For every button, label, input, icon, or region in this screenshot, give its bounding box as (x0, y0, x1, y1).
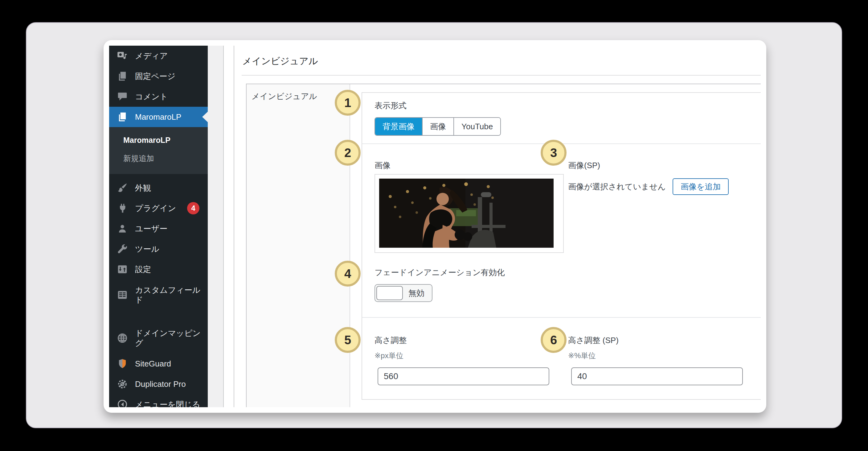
sidebar-item-comments[interactable]: コメント (109, 86, 208, 107)
image-field: 画像 (374, 160, 564, 253)
sidebar-item-duplicator[interactable]: Duplicator Pro (109, 374, 208, 394)
brush-icon (117, 182, 128, 194)
image-row: 画像 (362, 144, 761, 317)
display-format-label: 表示形式 (374, 100, 761, 111)
submenu-item-maromarolp[interactable]: MaromaroLP (109, 132, 208, 149)
height-label: 高さ調整 (374, 335, 568, 346)
height-sp-input[interactable] (571, 367, 743, 385)
comment-icon (117, 91, 128, 103)
admin-content: メインビジュアル メインビジュアル 1 2 3 4 5 6 (234, 46, 761, 407)
height-field: 高さ調整 ※px単位 (374, 335, 568, 385)
annotation-badge-2: 2 (335, 140, 361, 166)
globe-icon (117, 332, 128, 344)
plugin-update-count-badge: 4 (187, 202, 199, 215)
sidebar-item-appearance[interactable]: 外観 (109, 178, 208, 198)
shield-icon (117, 358, 128, 370)
height-unit-note: ※px単位 (374, 351, 568, 361)
submenu-item-add-new[interactable]: 新規追加 (109, 149, 208, 168)
annotation-badge-6: 6 (541, 327, 566, 353)
gear-icon (117, 378, 128, 390)
display-format-row: 表示形式 背景画像 画像 YouTube (362, 93, 761, 143)
maromarolp-submenu: MaromaroLP 新規追加 (109, 127, 208, 174)
sidebar-item-settings[interactable]: 設定 (109, 259, 208, 280)
annotation-badge-4: 4 (335, 261, 361, 287)
wp-admin-sidebar: メディア 固定ページ コメント (109, 46, 208, 407)
display-format-tab-group: 背景画像 画像 YouTube (374, 117, 501, 136)
sidebar-item-label: ユーザー (135, 223, 167, 234)
annotation-badge-5: 5 (335, 327, 361, 353)
presentation-frame: メディア 固定ページ コメント (26, 22, 842, 428)
pages-icon (117, 71, 128, 82)
sidebar-item-tools[interactable]: ツール (109, 239, 208, 259)
image-sp-field: 画像(SP) 画像が選択されていません 画像を追加 (568, 160, 761, 253)
admin-body-gutter (208, 46, 224, 407)
main-visual-thumbnail[interactable] (379, 178, 554, 248)
sidebar-item-collapse-menu[interactable]: メニューを閉じる (109, 394, 208, 407)
annotation-badge-1: 1 (335, 90, 361, 116)
wrench-icon (117, 243, 128, 255)
add-image-button[interactable]: 画像を追加 (673, 178, 729, 195)
plugin-icon (117, 202, 128, 214)
tab-image[interactable]: 画像 (422, 118, 454, 135)
user-icon (117, 223, 128, 234)
sidebar-item-label: カスタムフィールド (135, 285, 206, 305)
fade-in-label: フェードインアニメーション有効化 (374, 267, 761, 278)
height-sp-unit-note: ※%単位 (568, 351, 761, 361)
media-icon (117, 50, 128, 62)
sidebar-item-custom-fields[interactable]: カスタムフィールド (109, 280, 208, 310)
sidebar-item-label: 設定 (135, 264, 151, 275)
sidebar-item-pages[interactable]: 固定ページ (109, 66, 208, 86)
height-sp-field: 高さ調整 (SP) ※%単位 (568, 335, 761, 385)
sidebar-item-label: 外観 (135, 182, 151, 193)
field-group-box: 1 2 3 4 5 6 表示形式 背景画像 画像 (362, 92, 761, 400)
stacked-pages-icon (117, 111, 128, 123)
image-label: 画像 (374, 160, 564, 171)
height-sp-label: 高さ調整 (SP) (568, 335, 761, 346)
sidebar-item-label: メディア (135, 51, 168, 61)
tab-youtube[interactable]: YouTube (454, 118, 500, 135)
section-label: メインビジュアル (247, 84, 350, 407)
sidebar-item-label: SiteGuard (135, 359, 171, 369)
collapse-menu-icon (117, 399, 128, 407)
annotation-badge-3: 3 (541, 140, 566, 166)
sidebar-item-label: プラグイン (135, 203, 176, 214)
sidebar-item-label: Duplicator Pro (135, 379, 186, 389)
table-icon (117, 289, 128, 301)
sidebar-item-label: ドメインマッピング (135, 328, 206, 348)
wp-admin-frame: メディア 固定ページ コメント (109, 46, 761, 407)
sidebar-item-label: ツール (135, 244, 159, 254)
sidebar-item-media[interactable]: メディア (109, 46, 208, 66)
toggle-state-label: 無効 (408, 288, 425, 299)
sidebar-item-label: コメント (135, 91, 168, 102)
toggle-knob[interactable] (376, 286, 403, 300)
title-divider (242, 75, 761, 76)
sidebar-item-label: メニューを閉じる (135, 399, 200, 407)
scrollbar-track[interactable] (224, 46, 234, 407)
tab-background-image[interactable]: 背景画像 (375, 118, 422, 135)
image-sp-empty-text: 画像が選択されていません (568, 181, 666, 192)
image-thumbnail-frame (374, 174, 564, 253)
main-visual-section: メインビジュアル 1 2 3 4 5 6 表示形式 (246, 84, 761, 407)
sidebar-item-domain-mapping[interactable]: ドメインマッピング (109, 323, 208, 354)
sidebar-item-label: 固定ページ (135, 71, 176, 82)
height-row: 高さ調整 ※px単位 高さ調整 (SP) ※%単位 (362, 318, 761, 385)
sidebar-item-plugins[interactable]: プラグイン 4 (109, 198, 208, 218)
image-sp-label: 画像(SP) (568, 160, 761, 171)
page-title: メインビジュアル (242, 55, 761, 67)
fade-in-field: フェードインアニメーション有効化 無効 (374, 267, 761, 302)
admin-window: メディア 固定ページ コメント (103, 40, 766, 413)
section-content-pane: 1 2 3 4 5 6 表示形式 背景画像 画像 (350, 84, 761, 407)
sidebar-item-label: MaromaroLP (135, 112, 181, 122)
sliders-icon (117, 263, 128, 275)
sidebar-item-maromarolp[interactable]: MaromaroLP (109, 107, 208, 127)
sidebar-item-siteguard[interactable]: SiteGuard (109, 354, 208, 374)
fade-in-toggle[interactable]: 無効 (374, 284, 432, 302)
sidebar-item-users[interactable]: ユーザー (109, 218, 208, 239)
height-input[interactable] (378, 367, 549, 385)
